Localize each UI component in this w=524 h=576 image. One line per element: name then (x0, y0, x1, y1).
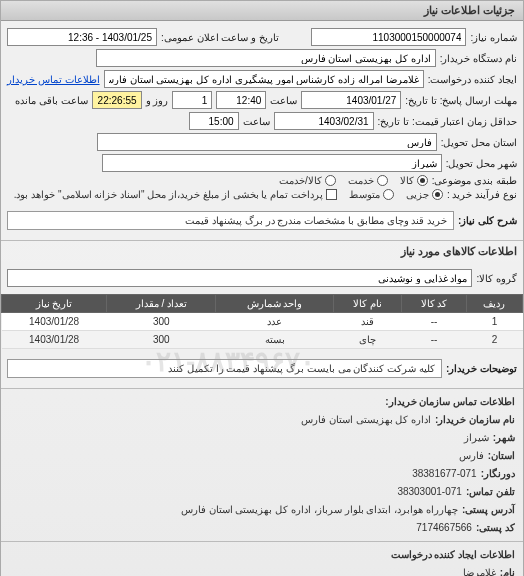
deadline-day-input[interactable] (172, 91, 212, 109)
th-unit: واحد شمارش (216, 295, 333, 313)
buyer-label: نام دستگاه خریدار: (440, 53, 517, 64)
cell-name: چای (333, 331, 401, 349)
table-row: 1 -- قند عدد 300 1403/01/28 (2, 313, 523, 331)
deadline-time-input[interactable] (216, 91, 266, 109)
cell-unit: بسته (216, 331, 333, 349)
general-desc-box: خرید قند وچای مطابق با مشخصات مندرج در ب… (7, 211, 454, 230)
checkbox-treasury-label: پرداخت تمام یا بخشی از مبلغ خرید،از محل … (14, 189, 323, 200)
org-value: اداره کل بهزیستی استان فارس (301, 411, 431, 429)
radio-service-dot (377, 175, 388, 186)
postal-label: کد پستی: (476, 519, 515, 537)
delivery-label: حداقل زمان اعتبار قیمت: تا تاریخ: (378, 116, 517, 127)
cell-name: قند (333, 313, 401, 331)
purchase-type-label: نوع فرآیند خرید : (447, 189, 517, 200)
remaining-label: ساعت باقی مانده (15, 95, 88, 106)
buyer-input[interactable] (96, 49, 436, 67)
radio-service-label: خدمت (348, 175, 374, 186)
request-number-input[interactable] (311, 28, 466, 46)
cell-date: 1403/01/28 (2, 313, 107, 331)
radio-gs-label: کالا/خدمت (279, 175, 322, 186)
th-row: ردیف (466, 295, 522, 313)
radio-medium-label: متوسط (349, 189, 380, 200)
th-qty: تعداد / مقدار (107, 295, 216, 313)
fax-label: دورنگار: (481, 465, 515, 483)
delivery-time-label: ساعت (243, 116, 270, 127)
deadline-label: مهلت ارسال پاسخ: تا تاریخ: (405, 95, 517, 106)
cell-code: -- (402, 313, 467, 331)
radio-goods-label: کالا (400, 175, 414, 186)
table-row: 2 -- چای بسته 300 1403/01/28 (2, 331, 523, 349)
th-code: کد کالا (402, 295, 467, 313)
radio-small-label: جزیی (406, 189, 429, 200)
goods-info-title: اطلاعات کالاهای مورد نیاز (1, 240, 523, 262)
cell-qty: 300 (107, 313, 216, 331)
radio-goods-dot (417, 175, 428, 186)
postal-value: 7174667566 (416, 519, 472, 537)
ci-phone-value: 38303001-071 (397, 483, 462, 501)
main-panel: جزئیات اطلاعات نیاز شماره نیاز: تاریخ و … (0, 0, 524, 576)
deadline-day-label: روز و (146, 95, 169, 106)
goods-group-label: گروه کالا: (476, 273, 517, 284)
address-value: چهارراه هوابرد، ابتدای بلوار سرباز، ادار… (181, 501, 458, 519)
purchase-type-group: جزیی متوسط پرداخت تمام یا بخشی از مبلغ خ… (14, 189, 443, 200)
contact-info-title: اطلاعات تماس سازمان خریدار: (9, 393, 515, 411)
deadline-time-label: ساعت (270, 95, 297, 106)
contact-link[interactable]: اطلاعات تماس خریدار (7, 74, 100, 85)
buyer-notes-box: کلیه شرکت کنندگان می بایست برگ پیشنهاد ق… (7, 359, 442, 378)
announce-input[interactable] (7, 28, 157, 46)
province-label: استان محل تحویل: (441, 137, 517, 148)
general-desc-label: شرح کلی نیاز: (458, 215, 517, 226)
table-container: ردیف کد کالا نام کالا واحد شمارش تعداد /… (1, 294, 523, 349)
ci-province-value: فارس (459, 447, 484, 465)
province-input[interactable] (97, 133, 437, 151)
radio-small[interactable]: جزیی (406, 189, 443, 200)
panel-title: جزئیات اطلاعات نیاز (424, 4, 515, 16)
cell-unit: عدد (216, 313, 333, 331)
creator-label: ایجاد کننده درخواست: (428, 74, 517, 85)
form-section: شماره نیاز: تاریخ و ساعت اعلان عمومی: نا… (1, 21, 523, 240)
radio-small-dot (432, 189, 443, 200)
remaining-time-input (92, 91, 142, 109)
radio-service[interactable]: خدمت (348, 175, 388, 186)
radio-gs-dot (325, 175, 336, 186)
cr-name-label: نام: (500, 564, 515, 576)
checkbox-treasury[interactable]: پرداخت تمام یا بخشی از مبلغ خرید،از محل … (14, 189, 337, 200)
cell-row: 2 (466, 331, 522, 349)
creator-input[interactable] (104, 70, 424, 88)
ci-province-label: استان: (488, 447, 515, 465)
announce-label: تاریخ و ساعت اعلان عمومی: (161, 32, 279, 43)
buyer-notes-label: توضیحات خریدار: (446, 363, 517, 374)
deadline-date-input[interactable] (301, 91, 401, 109)
city-label: شهر محل تحویل: (446, 158, 517, 169)
category-radio-group: کالا خدمت کالا/خدمت (279, 175, 428, 186)
delivery-time-input[interactable] (189, 112, 239, 130)
th-name: نام کالا (333, 295, 401, 313)
goods-table: ردیف کد کالا نام کالا واحد شمارش تعداد /… (1, 294, 523, 349)
radio-goods[interactable]: کالا (400, 175, 428, 186)
creator-info-title: اطلاعات ایجاد کننده درخواست (9, 546, 515, 564)
panel-header: جزئیات اطلاعات نیاز (1, 1, 523, 21)
cell-qty: 300 (107, 331, 216, 349)
ci-phone-label: تلفن تماس: (466, 483, 515, 501)
cell-date: 1403/01/28 (2, 331, 107, 349)
th-date: تاریخ نیاز (2, 295, 107, 313)
checkbox-treasury-box (326, 189, 337, 200)
address-label: آدرس پستی: (462, 501, 515, 519)
cr-name-value: غلامرضا (463, 564, 496, 576)
radio-medium-dot (383, 189, 394, 200)
radio-medium[interactable]: متوسط (349, 189, 394, 200)
cell-row: 1 (466, 313, 522, 331)
category-label: طبقه بندی موضوعی: (432, 175, 517, 186)
cell-code: -- (402, 331, 467, 349)
radio-goods-service[interactable]: کالا/خدمت (279, 175, 336, 186)
delivery-date-input[interactable] (274, 112, 374, 130)
org-label: نام سازمان خریدار: (435, 411, 515, 429)
ci-city-value: شیراز (464, 429, 489, 447)
goods-group-input[interactable] (7, 269, 472, 287)
ci-city-label: شهر: (493, 429, 515, 447)
request-number-label: شماره نیاز: (470, 32, 517, 43)
fax-value: 38381677-071 (412, 465, 477, 483)
city-input[interactable] (102, 154, 442, 172)
